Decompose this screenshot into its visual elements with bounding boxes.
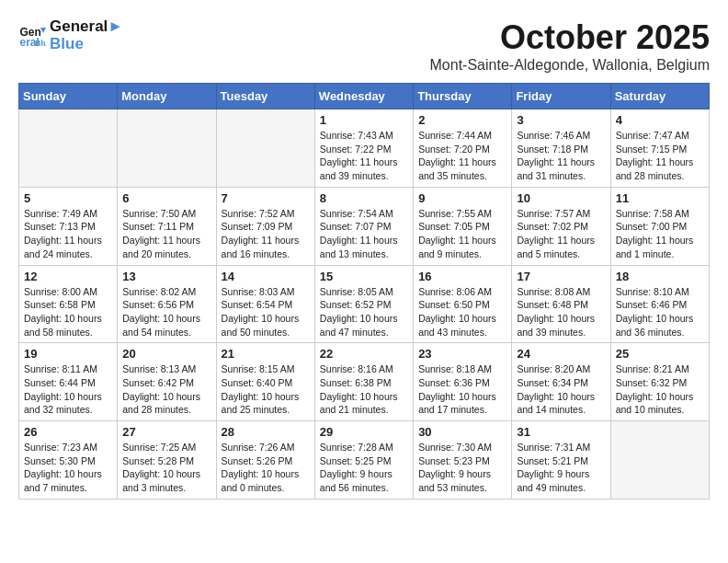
weekday-header-sunday: Sunday — [19, 84, 118, 109]
calendar-table: SundayMondayTuesdayWednesdayThursdayFrid… — [18, 83, 710, 500]
calendar-cell: 5Sunrise: 7:49 AM Sunset: 7:13 PM Daylig… — [19, 187, 118, 265]
location-subtitle: Mont-Sainte-Aldegonde, Wallonia, Belgium — [430, 57, 710, 74]
calendar-cell: 10Sunrise: 7:57 AM Sunset: 7:02 PM Dayli… — [512, 187, 610, 265]
calendar-cell: 1Sunrise: 7:43 AM Sunset: 7:22 PM Daylig… — [314, 109, 413, 188]
month-title: October 2025 — [430, 18, 710, 57]
week-row-2: 5Sunrise: 7:49 AM Sunset: 7:13 PM Daylig… — [19, 187, 710, 265]
calendar-cell: 20Sunrise: 8:13 AM Sunset: 6:42 PM Dayli… — [118, 343, 216, 421]
day-number: 27 — [122, 425, 210, 439]
calendar-cell: 18Sunrise: 8:10 AM Sunset: 6:46 PM Dayli… — [610, 265, 709, 343]
day-number: 19 — [24, 347, 112, 361]
calendar-cell: 13Sunrise: 8:02 AM Sunset: 6:56 PM Dayli… — [118, 265, 216, 343]
calendar-cell — [19, 109, 118, 188]
calendar-cell: 2Sunrise: 7:44 AM Sunset: 7:20 PM Daylig… — [414, 109, 512, 188]
logo-icon: Gen eral Blue — [18, 22, 46, 50]
day-info: Sunrise: 7:46 AM Sunset: 7:18 PM Dayligh… — [517, 129, 605, 183]
day-number: 2 — [418, 113, 506, 127]
calendar-cell: 16Sunrise: 8:06 AM Sunset: 6:50 PM Dayli… — [414, 265, 512, 343]
day-info: Sunrise: 8:03 AM Sunset: 6:54 PM Dayligh… — [222, 285, 310, 339]
day-number: 15 — [320, 270, 408, 283]
calendar-cell: 28Sunrise: 7:26 AM Sunset: 5:26 PM Dayli… — [216, 421, 314, 500]
calendar-cell: 22Sunrise: 8:16 AM Sunset: 6:38 PM Dayli… — [314, 343, 413, 421]
day-number: 23 — [418, 347, 506, 361]
day-info: Sunrise: 7:57 AM Sunset: 7:02 PM Dayligh… — [517, 207, 605, 261]
logo-text-line2: Blue — [50, 36, 123, 53]
day-number: 31 — [517, 425, 605, 439]
day-info: Sunrise: 8:13 AM Sunset: 6:42 PM Dayligh… — [122, 362, 210, 417]
day-number: 28 — [222, 425, 310, 439]
day-number: 4 — [616, 113, 704, 127]
day-number: 1 — [320, 113, 408, 127]
day-number: 8 — [320, 191, 408, 205]
week-row-5: 26Sunrise: 7:23 AM Sunset: 5:30 PM Dayli… — [19, 421, 710, 500]
day-number: 10 — [517, 191, 605, 205]
calendar-cell: 23Sunrise: 8:18 AM Sunset: 6:36 PM Dayli… — [414, 343, 512, 421]
day-number: 21 — [222, 347, 310, 361]
calendar-cell: 4Sunrise: 7:47 AM Sunset: 7:15 PM Daylig… — [610, 109, 709, 188]
day-info: Sunrise: 7:54 AM Sunset: 7:07 PM Dayligh… — [320, 207, 408, 261]
day-number: 7 — [222, 191, 310, 205]
calendar-cell: 31Sunrise: 7:31 AM Sunset: 5:21 PM Dayli… — [512, 421, 610, 500]
calendar-cell: 14Sunrise: 8:03 AM Sunset: 6:54 PM Dayli… — [216, 265, 314, 343]
day-number: 20 — [122, 347, 210, 361]
page-header: Gen eral Blue General► Blue October 2025… — [18, 18, 710, 74]
day-info: Sunrise: 8:06 AM Sunset: 6:50 PM Dayligh… — [418, 285, 506, 339]
day-info: Sunrise: 8:00 AM Sunset: 6:58 PM Dayligh… — [24, 285, 112, 339]
weekday-header-friday: Friday — [512, 84, 610, 109]
calendar-cell: 6Sunrise: 7:50 AM Sunset: 7:11 PM Daylig… — [118, 187, 216, 265]
day-number: 24 — [517, 347, 605, 361]
day-info: Sunrise: 7:49 AM Sunset: 7:13 PM Dayligh… — [24, 207, 112, 261]
day-info: Sunrise: 7:52 AM Sunset: 7:09 PM Dayligh… — [222, 207, 310, 261]
week-row-3: 12Sunrise: 8:00 AM Sunset: 6:58 PM Dayli… — [19, 265, 710, 343]
day-number: 25 — [616, 347, 704, 361]
day-info: Sunrise: 8:02 AM Sunset: 6:56 PM Dayligh… — [122, 285, 210, 339]
day-info: Sunrise: 7:55 AM Sunset: 7:05 PM Dayligh… — [418, 207, 506, 261]
day-info: Sunrise: 7:50 AM Sunset: 7:11 PM Dayligh… — [122, 207, 210, 261]
logo-text-line1: General► — [50, 18, 123, 36]
calendar-cell — [216, 109, 314, 188]
day-info: Sunrise: 7:31 AM Sunset: 5:21 PM Dayligh… — [517, 441, 605, 495]
week-row-1: 1Sunrise: 7:43 AM Sunset: 7:22 PM Daylig… — [19, 109, 710, 188]
calendar-cell: 30Sunrise: 7:30 AM Sunset: 5:23 PM Dayli… — [414, 421, 512, 500]
day-info: Sunrise: 8:11 AM Sunset: 6:44 PM Dayligh… — [24, 362, 112, 417]
calendar-cell: 27Sunrise: 7:25 AM Sunset: 5:28 PM Dayli… — [118, 421, 216, 500]
calendar-cell: 7Sunrise: 7:52 AM Sunset: 7:09 PM Daylig… — [216, 187, 314, 265]
day-info: Sunrise: 7:23 AM Sunset: 5:30 PM Dayligh… — [24, 441, 112, 495]
day-info: Sunrise: 8:15 AM Sunset: 6:40 PM Dayligh… — [222, 362, 310, 417]
day-info: Sunrise: 7:43 AM Sunset: 7:22 PM Dayligh… — [320, 129, 408, 183]
day-number: 5 — [24, 191, 112, 205]
day-number: 26 — [24, 425, 112, 439]
day-number: 6 — [122, 191, 210, 205]
day-info: Sunrise: 8:16 AM Sunset: 6:38 PM Dayligh… — [320, 362, 408, 417]
day-info: Sunrise: 7:44 AM Sunset: 7:20 PM Dayligh… — [418, 129, 506, 183]
day-info: Sunrise: 8:08 AM Sunset: 6:48 PM Dayligh… — [517, 285, 605, 339]
day-info: Sunrise: 7:58 AM Sunset: 7:00 PM Dayligh… — [616, 207, 704, 261]
day-number: 29 — [320, 425, 408, 439]
day-info: Sunrise: 8:18 AM Sunset: 6:36 PM Dayligh… — [418, 362, 506, 417]
calendar-cell: 29Sunrise: 7:28 AM Sunset: 5:25 PM Dayli… — [314, 421, 413, 500]
logo: Gen eral Blue General► Blue — [18, 18, 123, 52]
calendar-cell: 3Sunrise: 7:46 AM Sunset: 7:18 PM Daylig… — [512, 109, 610, 188]
calendar-cell — [610, 421, 709, 500]
weekday-header-monday: Monday — [118, 84, 216, 109]
day-number: 17 — [517, 270, 605, 283]
day-info: Sunrise: 8:21 AM Sunset: 6:32 PM Dayligh… — [616, 362, 704, 417]
weekday-header-saturday: Saturday — [610, 84, 709, 109]
day-number: 18 — [616, 270, 704, 283]
weekday-header-tuesday: Tuesday — [216, 84, 314, 109]
week-row-4: 19Sunrise: 8:11 AM Sunset: 6:44 PM Dayli… — [19, 343, 710, 421]
calendar-cell: 21Sunrise: 8:15 AM Sunset: 6:40 PM Dayli… — [216, 343, 314, 421]
day-number: 9 — [418, 191, 506, 205]
day-number: 16 — [418, 270, 506, 283]
calendar-cell: 15Sunrise: 8:05 AM Sunset: 6:52 PM Dayli… — [314, 265, 413, 343]
day-info: Sunrise: 7:30 AM Sunset: 5:23 PM Dayligh… — [418, 441, 506, 495]
calendar-cell: 19Sunrise: 8:11 AM Sunset: 6:44 PM Dayli… — [19, 343, 118, 421]
calendar-cell: 24Sunrise: 8:20 AM Sunset: 6:34 PM Dayli… — [512, 343, 610, 421]
day-number: 30 — [418, 425, 506, 439]
day-info: Sunrise: 7:28 AM Sunset: 5:25 PM Dayligh… — [320, 441, 408, 495]
svg-text:Blue: Blue — [35, 38, 46, 47]
day-info: Sunrise: 7:25 AM Sunset: 5:28 PM Dayligh… — [122, 441, 210, 495]
day-info: Sunrise: 7:47 AM Sunset: 7:15 PM Dayligh… — [616, 129, 704, 183]
day-number: 12 — [24, 270, 112, 283]
calendar-cell: 26Sunrise: 7:23 AM Sunset: 5:30 PM Dayli… — [19, 421, 118, 500]
